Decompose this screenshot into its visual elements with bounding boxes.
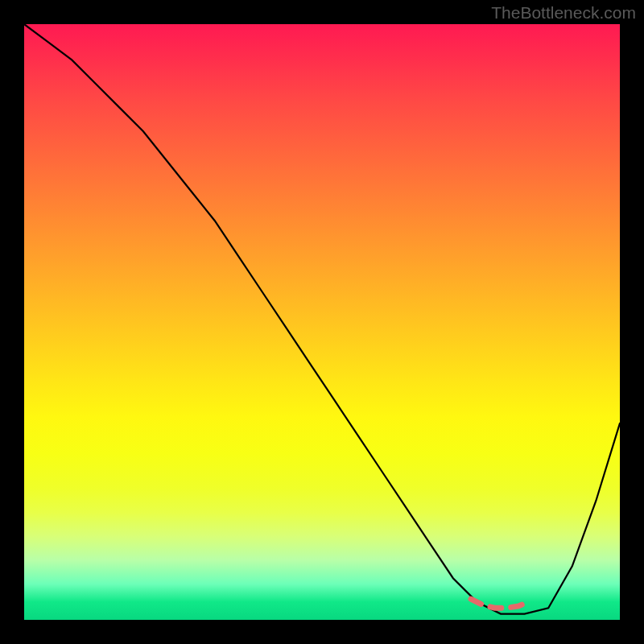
bottleneck-curve-line xyxy=(24,24,620,614)
chart-svg xyxy=(24,24,620,620)
watermark-text: TheBottleneck.com xyxy=(491,3,636,23)
chart-plot-area xyxy=(24,24,620,620)
optimal-range-marker-line xyxy=(471,599,530,608)
